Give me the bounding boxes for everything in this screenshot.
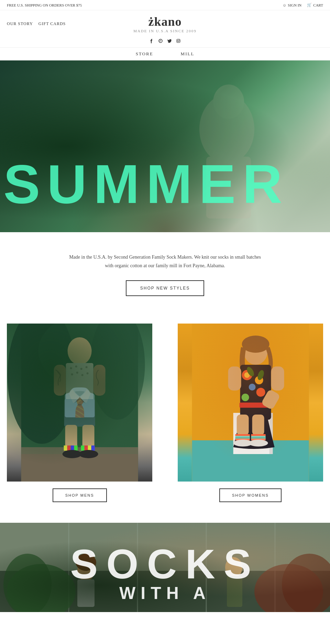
svg-rect-39 <box>91 445 95 451</box>
shop-btn-wrapper: SHOP NEW STYLES <box>69 280 261 296</box>
main-header: OUR STORY GIFT CARDS żkano Made in U.S.A… <box>0 10 330 37</box>
svg-point-7 <box>213 84 244 119</box>
svg-point-20 <box>86 366 88 368</box>
svg-rect-60 <box>271 366 284 391</box>
gift-cards-link[interactable]: GIFT CARDS <box>38 21 66 26</box>
svg-rect-28 <box>65 425 77 449</box>
shop-mens-button[interactable]: SHOP MENS <box>53 488 107 502</box>
cart-icon: 🛒 <box>307 3 312 7</box>
svg-point-12 <box>38 324 121 385</box>
svg-rect-31 <box>64 445 67 451</box>
shop-womens-button[interactable]: SHOP WOMENS <box>219 488 282 502</box>
svg-rect-46 <box>269 413 273 454</box>
hero-text: SUMMER <box>0 157 330 212</box>
svg-point-19 <box>80 368 82 370</box>
svg-point-72 <box>233 440 252 447</box>
svg-rect-33 <box>71 445 74 451</box>
signin-link[interactable]: ☺ SIGN IN <box>283 3 301 7</box>
svg-point-21 <box>71 373 73 375</box>
mens-product-col: SHOP MENS <box>7 324 152 502</box>
svg-rect-29 <box>82 425 95 449</box>
svg-rect-71 <box>251 439 265 440</box>
social-row: P <box>0 37 330 47</box>
svg-rect-63 <box>252 415 264 435</box>
svg-point-51 <box>244 372 250 378</box>
svg-rect-69 <box>251 434 265 436</box>
svg-point-23 <box>81 374 84 376</box>
svg-rect-45 <box>233 413 271 454</box>
svg-point-40 <box>63 450 82 458</box>
svg-rect-32 <box>67 445 71 451</box>
svg-point-48 <box>242 336 269 353</box>
svg-rect-14 <box>21 454 138 482</box>
svg-rect-38 <box>88 445 91 451</box>
shipping-notice: FREE U.S. SHIPPING ON ORDERS OVER $75 <box>7 3 82 7</box>
svg-point-41 <box>79 450 98 458</box>
logo: żkano <box>133 14 197 29</box>
svg-rect-65 <box>235 434 250 436</box>
svg-rect-26 <box>94 365 106 396</box>
bottom-banner: SOCKS WITH A <box>0 523 330 612</box>
svg-rect-61 <box>261 389 280 410</box>
instagram-icon[interactable] <box>176 38 181 45</box>
womens-product-col: SHOP WOMENS <box>178 324 323 502</box>
svg-rect-16 <box>66 363 94 401</box>
our-story-link[interactable]: OUR STORY <box>7 21 33 26</box>
svg-rect-8 <box>21 324 138 482</box>
svg-point-47 <box>243 337 267 365</box>
svg-rect-66 <box>235 437 250 439</box>
top-bar: FREE U.S. SHIPPING ON ORDERS OVER $75 ☺ … <box>0 0 330 10</box>
svg-rect-62 <box>236 415 249 435</box>
svg-rect-58 <box>239 403 272 408</box>
logo-tagline: Made in U.S.A Since 2009 <box>133 29 197 33</box>
top-bar-actions: ☺ SIGN IN 🛒 CART <box>283 3 323 7</box>
svg-point-17 <box>70 367 72 369</box>
svg-point-54 <box>256 388 265 397</box>
logo-area: żkano Made in U.S.A Since 2009 <box>133 14 197 33</box>
svg-rect-59 <box>228 366 241 391</box>
main-nav: STORE MILL <box>0 47 330 60</box>
svg-point-10 <box>8 324 76 444</box>
hero-section: SUMMER <box>0 60 330 232</box>
pinterest-icon[interactable]: P <box>158 38 163 45</box>
svg-point-18 <box>75 365 77 368</box>
mill-nav-link[interactable]: MILL <box>181 51 195 57</box>
svg-point-22 <box>76 372 78 374</box>
svg-rect-42 <box>192 324 309 482</box>
svg-point-55 <box>241 394 249 401</box>
cart-link[interactable]: 🛒 CART <box>307 3 323 7</box>
svg-rect-13 <box>21 447 138 482</box>
info-section: Made in the U.S.A. by Second Generation … <box>0 232 330 310</box>
svg-rect-36 <box>81 445 85 451</box>
womens-illustration <box>178 324 323 482</box>
twitter-icon[interactable] <box>167 38 172 45</box>
svg-rect-9 <box>21 324 138 482</box>
store-nav-link[interactable]: STORE <box>136 51 153 57</box>
mens-product-image <box>7 324 152 482</box>
svg-rect-49 <box>240 365 271 420</box>
svg-rect-27 <box>64 399 95 427</box>
svg-point-11 <box>90 324 145 420</box>
svg-rect-43 <box>192 324 309 482</box>
bottom-banner-text: SOCKS WITH A <box>0 543 330 602</box>
svg-point-56 <box>245 366 255 377</box>
svg-rect-44 <box>192 440 309 482</box>
svg-point-50 <box>242 370 252 380</box>
facebook-icon[interactable] <box>149 38 154 45</box>
svg-rect-37 <box>85 445 88 451</box>
svg-rect-70 <box>251 437 265 439</box>
user-icon: ☺ <box>283 3 286 7</box>
svg-rect-67 <box>235 439 250 440</box>
svg-point-4 <box>179 39 180 40</box>
svg-point-53 <box>249 384 255 391</box>
shop-new-styles-button[interactable]: SHOP NEW STYLES <box>126 280 204 296</box>
womens-product-image <box>178 324 323 482</box>
svg-text:P: P <box>160 39 161 43</box>
mens-illustration <box>7 324 152 482</box>
svg-point-24 <box>87 372 89 374</box>
svg-point-52 <box>255 376 263 384</box>
svg-rect-68 <box>251 434 265 440</box>
svg-rect-35 <box>81 445 95 451</box>
svg-rect-64 <box>235 434 250 440</box>
with-a-text: WITH A <box>14 585 316 602</box>
